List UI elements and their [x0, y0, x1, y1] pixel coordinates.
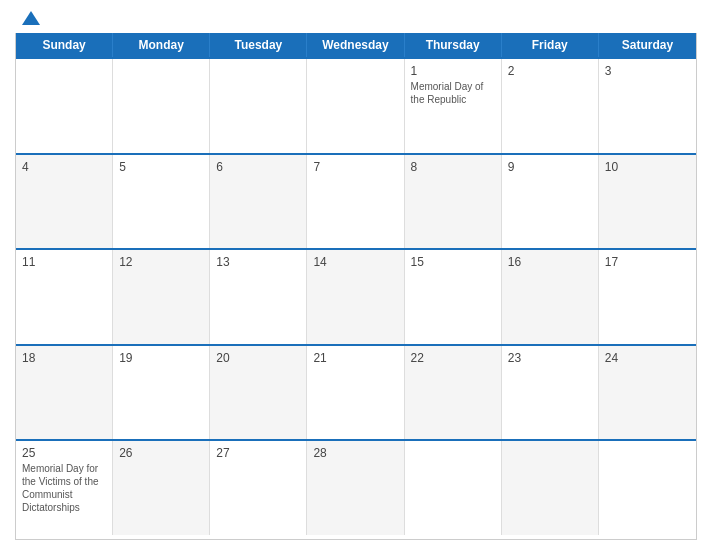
- day-number: 14: [313, 255, 397, 269]
- day-number: 9: [508, 160, 592, 174]
- header-day-thursday: Thursday: [405, 33, 502, 57]
- calendar-cell: 4: [16, 155, 113, 249]
- calendar-header: SundayMondayTuesdayWednesdayThursdayFrid…: [16, 33, 696, 57]
- day-number: 5: [119, 160, 203, 174]
- header-day-monday: Monday: [113, 33, 210, 57]
- calendar-cell: 15: [405, 250, 502, 344]
- calendar: SundayMondayTuesdayWednesdayThursdayFrid…: [15, 33, 697, 540]
- calendar-cell: [113, 59, 210, 153]
- calendar-cell: 1Memorial Day of the Republic: [405, 59, 502, 153]
- day-number: 21: [313, 351, 397, 365]
- calendar-cell: 3: [599, 59, 696, 153]
- calendar-cell: 14: [307, 250, 404, 344]
- day-number: 20: [216, 351, 300, 365]
- calendar-cell: 23: [502, 346, 599, 440]
- day-number: 24: [605, 351, 690, 365]
- day-number: 2: [508, 64, 592, 78]
- calendar-week-2: 45678910: [16, 153, 696, 249]
- calendar-cell: 18: [16, 346, 113, 440]
- calendar-cell: 27: [210, 441, 307, 535]
- day-number: 13: [216, 255, 300, 269]
- day-number: 28: [313, 446, 397, 460]
- day-number: 23: [508, 351, 592, 365]
- day-number: 1: [411, 64, 495, 78]
- day-number: 26: [119, 446, 203, 460]
- logo-blue-text: [20, 10, 40, 25]
- event-text: Memorial Day for the Victims of the Comm…: [22, 462, 106, 514]
- calendar-cell: [599, 441, 696, 535]
- day-number: 8: [411, 160, 495, 174]
- day-number: 22: [411, 351, 495, 365]
- calendar-cell: 24: [599, 346, 696, 440]
- calendar-week-5: 25Memorial Day for the Victims of the Co…: [16, 439, 696, 535]
- calendar-cell: 5: [113, 155, 210, 249]
- logo: [20, 10, 40, 25]
- day-number: 12: [119, 255, 203, 269]
- calendar-cell: 11: [16, 250, 113, 344]
- event-text: Memorial Day of the Republic: [411, 80, 495, 106]
- calendar-body: 1Memorial Day of the Republic23456789101…: [16, 57, 696, 535]
- calendar-week-1: 1Memorial Day of the Republic23: [16, 57, 696, 153]
- day-number: 19: [119, 351, 203, 365]
- header-day-saturday: Saturday: [599, 33, 696, 57]
- calendar-cell: 28: [307, 441, 404, 535]
- calendar-cell: 22: [405, 346, 502, 440]
- calendar-cell: 19: [113, 346, 210, 440]
- calendar-cell: 7: [307, 155, 404, 249]
- calendar-cell: 9: [502, 155, 599, 249]
- calendar-cell: 13: [210, 250, 307, 344]
- day-number: 17: [605, 255, 690, 269]
- calendar-cell: 16: [502, 250, 599, 344]
- header: [15, 10, 697, 25]
- calendar-cell: 8: [405, 155, 502, 249]
- day-number: 15: [411, 255, 495, 269]
- day-number: 11: [22, 255, 106, 269]
- calendar-cell: 20: [210, 346, 307, 440]
- calendar-week-4: 18192021222324: [16, 344, 696, 440]
- calendar-cell: [16, 59, 113, 153]
- calendar-week-3: 11121314151617: [16, 248, 696, 344]
- calendar-cell: 21: [307, 346, 404, 440]
- header-day-friday: Friday: [502, 33, 599, 57]
- svg-marker-0: [22, 11, 40, 25]
- page: SundayMondayTuesdayWednesdayThursdayFrid…: [0, 0, 712, 550]
- calendar-cell: [405, 441, 502, 535]
- calendar-cell: 6: [210, 155, 307, 249]
- header-day-sunday: Sunday: [16, 33, 113, 57]
- day-number: 18: [22, 351, 106, 365]
- header-day-wednesday: Wednesday: [307, 33, 404, 57]
- calendar-cell: 12: [113, 250, 210, 344]
- calendar-cell: 2: [502, 59, 599, 153]
- day-number: 25: [22, 446, 106, 460]
- day-number: 6: [216, 160, 300, 174]
- calendar-cell: 17: [599, 250, 696, 344]
- calendar-cell: 26: [113, 441, 210, 535]
- day-number: 4: [22, 160, 106, 174]
- calendar-cell: [307, 59, 404, 153]
- day-number: 27: [216, 446, 300, 460]
- day-number: 7: [313, 160, 397, 174]
- day-number: 3: [605, 64, 690, 78]
- logo-flag-icon: [22, 11, 40, 25]
- day-number: 16: [508, 255, 592, 269]
- header-day-tuesday: Tuesday: [210, 33, 307, 57]
- calendar-cell: [502, 441, 599, 535]
- day-number: 10: [605, 160, 690, 174]
- calendar-cell: 10: [599, 155, 696, 249]
- calendar-cell: [210, 59, 307, 153]
- calendar-cell: 25Memorial Day for the Victims of the Co…: [16, 441, 113, 535]
